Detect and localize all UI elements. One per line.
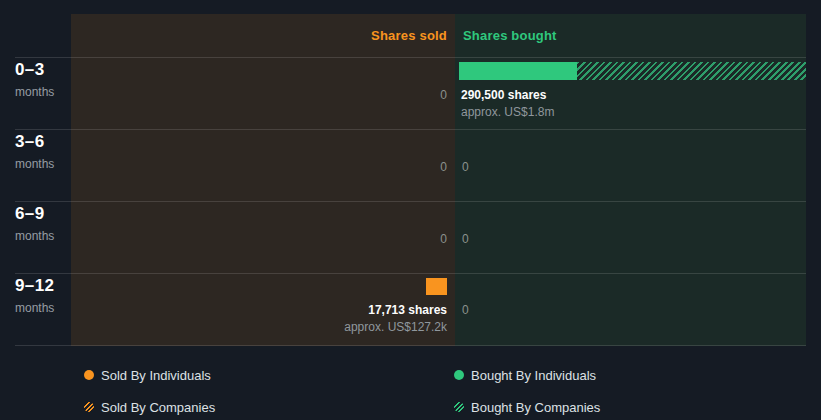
sold-value-row1: 0	[440, 160, 447, 174]
row-separator	[15, 129, 806, 130]
legend-label: Bought By Individuals	[471, 368, 596, 383]
sold-by-individuals-icon	[84, 370, 94, 380]
bought-bar-companies[interactable]	[577, 62, 806, 80]
legend-label: Bought By Companies	[471, 400, 600, 415]
bought-value-row2: 0	[462, 232, 469, 246]
legend-sold-companies: Sold By Companies	[84, 400, 215, 414]
shares-bought-header: Shares bought	[463, 28, 557, 43]
sold-by-companies-icon	[84, 402, 94, 412]
row-separator	[15, 273, 806, 274]
period-unit-6-9: months	[15, 229, 54, 243]
legend-sold-individuals: Sold By Individuals	[84, 368, 211, 382]
shares-sold-panel	[71, 14, 455, 346]
row-separator	[15, 201, 806, 202]
period-label-6-9: 6–9	[15, 204, 45, 224]
period-unit-0-3: months	[15, 85, 54, 99]
bought-approx-row0: approx. US$1.8m	[461, 105, 554, 119]
insider-trading-chart: Shares sold Shares bought 0–3 months 3–6…	[0, 0, 821, 420]
period-unit-9-12: months	[15, 301, 54, 315]
period-label-9-12: 9–12	[15, 276, 54, 296]
bought-shares-row0: 290,500 shares	[461, 88, 546, 102]
sold-bar-individuals[interactable]	[426, 278, 447, 295]
legend-bought-companies: Bought By Companies	[454, 400, 600, 414]
bought-by-individuals-icon	[454, 370, 464, 380]
shares-sold-header: Shares sold	[71, 28, 447, 43]
row-separator	[15, 57, 806, 58]
bought-bar-individuals[interactable]	[459, 62, 577, 80]
sold-value-row2: 0	[440, 232, 447, 246]
bought-value-row1: 0	[462, 160, 469, 174]
legend-bought-individuals: Bought By Individuals	[454, 368, 596, 382]
bought-bar-row0[interactable]	[459, 62, 806, 80]
sold-value-row0: 0	[440, 88, 447, 102]
bought-by-companies-icon	[454, 402, 464, 412]
row-separator	[15, 345, 806, 346]
period-label-0-3: 0–3	[15, 60, 45, 80]
legend-label: Sold By Individuals	[101, 368, 211, 383]
period-label-3-6: 3–6	[15, 132, 45, 152]
legend-label: Sold By Companies	[101, 400, 215, 415]
bought-value-row3: 0	[462, 303, 469, 317]
sold-shares-row3: 17,713 shares	[368, 303, 447, 317]
period-unit-3-6: months	[15, 157, 54, 171]
sold-approx-row3: approx. US$127.2k	[344, 320, 447, 334]
